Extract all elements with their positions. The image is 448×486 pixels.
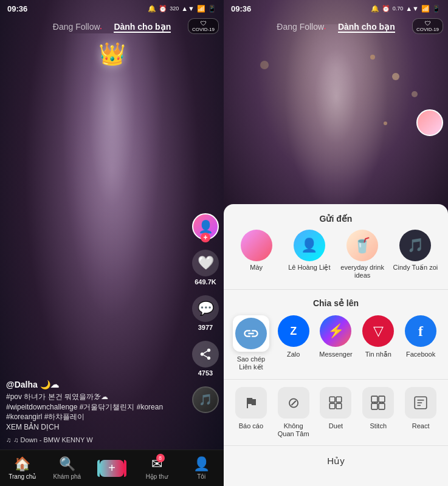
left-bottom-nav: 🏠 Trang chủ 🔍 Khám phá + ✉ 8 Hộp thư 👤 T… <box>0 450 224 486</box>
react-icon <box>405 387 436 419</box>
sheet-divider-1 <box>224 289 448 290</box>
sheet-divider-2 <box>224 379 448 380</box>
share-button[interactable]: 4753 <box>192 341 219 377</box>
svg-rect-2 <box>330 403 336 409</box>
contact-le[interactable]: 👤 Lê Hoàng Liệt <box>286 230 332 279</box>
report-button[interactable]: Báo cáo <box>230 387 272 438</box>
right-status-icons: 🔔 ⏰ 0.70 ▲▼ 📶 📱 <box>371 5 441 13</box>
profile-nav-item[interactable]: 👤 Tôi <box>179 456 224 480</box>
follow-plus-badge: + <box>201 233 210 242</box>
svg-rect-7 <box>379 403 385 409</box>
svg-rect-0 <box>330 397 336 402</box>
report-icon <box>235 387 267 419</box>
explore-nav-item[interactable]: 🔍 Khám phá <box>45 456 90 480</box>
contact-avatar-cindy: 🎵 <box>399 230 431 261</box>
video-info: @Dalha 🌙☁ #pov 하녀가 본건 뭐였을까🌫☁ #wipeitdown… <box>6 380 187 443</box>
message-icon: ▽ <box>362 315 394 347</box>
contact-may[interactable]: Mày <box>233 230 279 279</box>
right-action-buttons <box>416 109 443 136</box>
right-panel: 09:36 🔔 ⏰ 0.70 ▲▼ 📶 📱 Đang Follow• Dành … <box>224 0 448 486</box>
create-icon: + <box>100 460 124 477</box>
share-row: Sao chépLiên kết Z Zalo ⚡ Messenger ▽ <box>224 315 448 376</box>
inbox-icon-wrap: ✉ 8 <box>151 456 162 472</box>
heart-icon: 🤍 <box>192 250 219 276</box>
bokeh-light-4 <box>384 122 387 125</box>
share-count: 4753 <box>198 369 213 377</box>
for-you-tab-left[interactable]: Dành cho bạn <box>114 22 171 33</box>
contact-cindy[interactable]: 🎵 Cindy Tuấn zoi <box>393 230 438 279</box>
comment-icon: 💬 <box>192 295 219 322</box>
like-button[interactable]: 🤍 649.7K <box>192 250 219 286</box>
react-button[interactable]: React <box>399 387 442 438</box>
send-to-title: Gửi đến <box>224 204 448 230</box>
like-count: 649.7K <box>195 278 216 286</box>
home-nav-item[interactable]: 🏠 Trang chủ <box>0 456 45 480</box>
copy-link-icon <box>235 318 267 349</box>
inbox-badge: 8 <box>156 454 165 462</box>
zalo-icon: Z <box>278 315 309 347</box>
copy-link-button[interactable]: Sao chépLiên kết <box>230 315 272 371</box>
svg-rect-1 <box>337 397 342 402</box>
message-button[interactable]: ▽ Tin nhắn <box>357 315 399 371</box>
contact-avatar-le: 👤 <box>294 230 325 261</box>
profile-label: Tôi <box>197 473 205 480</box>
inbox-nav-item[interactable]: ✉ 8 Hộp thư <box>134 456 179 480</box>
left-panel: 👑 09:36 🔔 ⏰ 320 ▲▼ 📶 📱 Đang Follow• Dành… <box>0 0 224 486</box>
sheet-divider-3 <box>224 445 448 446</box>
contacts-row: Mày 👤 Lê Hoàng Liệt 🥤 everyday drink ide… <box>224 230 448 287</box>
create-nav-item[interactable]: + <box>89 460 134 477</box>
right-creator-avatar[interactable] <box>416 109 443 136</box>
messenger-icon: ⚡ <box>320 315 351 347</box>
duet-icon <box>320 387 351 419</box>
left-status-icons: 🔔 ⏰ 320 ▲▼ 📶 📱 <box>148 5 216 13</box>
svg-rect-4 <box>371 396 377 402</box>
right-status-bar: 09:36 🔔 ⏰ 0.70 ▲▼ 📶 📱 <box>224 0 448 17</box>
music-disc: 🎵 <box>192 386 219 413</box>
messenger-button[interactable]: ⚡ Messenger <box>315 315 357 371</box>
comment-count: 3977 <box>198 324 213 331</box>
contact-avatar-drink: 🥤 <box>346 230 378 261</box>
explore-label: Khám phá <box>53 473 81 480</box>
share-bottom-sheet: Gửi đến Mày 👤 Lê Hoàng Liệt 🥤 everyday d… <box>224 204 448 486</box>
inbox-label: Hộp thư <box>146 473 168 480</box>
contact-drink[interactable]: 🥤 everyday drink ideas <box>340 230 385 279</box>
username[interactable]: @Dalha 🌙☁ <box>6 380 187 389</box>
crown-decoration: 👑 <box>98 41 126 67</box>
for-you-tab-right[interactable]: Dành cho bạn <box>338 22 395 33</box>
duet-button[interactable]: Duet <box>315 387 357 438</box>
not-interested-icon: ⊘ <box>278 387 309 419</box>
comment-button[interactable]: 💬 3977 <box>192 295 219 331</box>
svg-rect-5 <box>379 396 385 402</box>
left-status-bar: 09:36 🔔 ⏰ 320 ▲▼ 📶 📱 <box>0 0 224 17</box>
not-interested-button[interactable]: ⊘ KhôngQuan Tâm <box>272 387 315 438</box>
svg-rect-6 <box>371 403 377 409</box>
svg-rect-3 <box>337 403 342 409</box>
facebook-icon: f <box>405 315 436 347</box>
stitch-button[interactable]: Stitch <box>357 387 399 438</box>
home-icon: 🏠 <box>14 456 30 472</box>
home-label: Trang chủ <box>9 473 36 480</box>
following-tab-right[interactable]: Đang Follow• <box>277 22 326 33</box>
following-tab-left[interactable]: Đang Follow• <box>53 22 102 33</box>
bokeh-light-1 <box>392 73 399 80</box>
right-covid-badge: 🛡 COVID-19 <box>412 18 443 34</box>
cancel-button[interactable]: Hủy <box>224 448 448 474</box>
share-icon <box>192 341 219 368</box>
right-time: 09:36 <box>231 4 251 13</box>
profile-icon: 👤 <box>193 456 210 472</box>
search-icon: 🔍 <box>59 456 75 472</box>
zalo-button[interactable]: Z Zalo <box>272 315 315 371</box>
video-description: #pov 하녀가 본건 뭐였을까🌫☁ #wipeitdownchallenge … <box>6 392 187 433</box>
left-action-buttons: 👤 + 🤍 649.7K 💬 3977 4753 🎵 <box>192 213 219 413</box>
stitch-icon <box>362 387 394 419</box>
bokeh-light-5 <box>260 61 269 69</box>
facebook-button[interactable]: f Facebook <box>399 315 442 371</box>
bokeh-light-3 <box>412 91 418 97</box>
left-time: 09:36 <box>7 4 27 13</box>
creator-avatar[interactable]: 👤 + <box>192 213 219 240</box>
left-covid-badge: 🛡 COVID-19 <box>188 18 219 34</box>
contact-avatar-may <box>241 230 272 261</box>
music-info: ♫ ♫ Down - BMW KENNY W <box>6 436 187 443</box>
bokeh-light-2 <box>370 55 375 60</box>
action-row: Báo cáo ⊘ KhôngQuan Tâm <box>224 382 448 443</box>
